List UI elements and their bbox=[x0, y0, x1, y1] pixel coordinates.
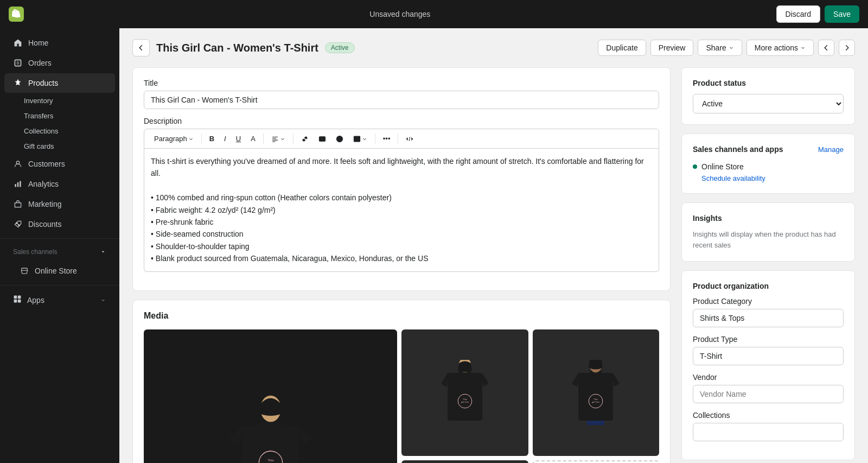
sidebar-label-discounts: Discounts bbox=[28, 220, 61, 229]
align-chevron-icon bbox=[280, 136, 285, 142]
image-icon bbox=[318, 135, 326, 143]
media-add-placeholder[interactable]: Add Add from URL bbox=[533, 460, 660, 463]
sidebar-label-home: Home bbox=[28, 39, 48, 47]
sidebar-item-marketing[interactable]: Marketing bbox=[4, 194, 115, 214]
title-input[interactable] bbox=[144, 91, 659, 109]
sidebar-label-online-store: Online Store bbox=[35, 267, 77, 275]
status-badge: Active bbox=[325, 42, 355, 53]
sidebar-item-home[interactable]: Home bbox=[4, 33, 115, 53]
sidebar-apps[interactable]: Apps bbox=[4, 290, 115, 310]
sidebar-item-products[interactable]: Products bbox=[4, 73, 115, 93]
product-image-1: This girl Can bbox=[222, 388, 320, 463]
next-product-button[interactable] bbox=[839, 40, 855, 56]
svg-rect-6 bbox=[20, 181, 21, 187]
vendor-input[interactable] bbox=[693, 385, 844, 403]
svg-rect-14 bbox=[354, 136, 360, 142]
color-button[interactable]: A bbox=[246, 132, 260, 145]
paragraph-dropdown[interactable]: Paragraph bbox=[150, 132, 198, 145]
product-status-select[interactable]: Active Draft bbox=[693, 94, 844, 113]
topbar-actions: Discard Save bbox=[776, 5, 859, 23]
page-actions: Duplicate Preview Share More actions bbox=[598, 40, 855, 56]
align-button[interactable] bbox=[267, 133, 290, 145]
channel-dot-online-store bbox=[693, 164, 697, 169]
more-actions-button[interactable]: More actions bbox=[746, 40, 814, 56]
expand-icon bbox=[100, 249, 106, 255]
sidebar-item-customers[interactable]: Customers bbox=[4, 154, 115, 174]
svg-rect-0 bbox=[15, 60, 21, 66]
sidebar: Home Orders Products Inventory Transfers… bbox=[0, 28, 119, 463]
svg-rect-11 bbox=[319, 136, 325, 141]
collections-input[interactable] bbox=[693, 423, 844, 441]
sidebar-sub-inventory[interactable]: Inventory bbox=[4, 93, 115, 108]
channel-item-online-store: Online Store bbox=[693, 160, 844, 173]
video-button[interactable] bbox=[331, 133, 348, 145]
media-item-2: This girl Can bbox=[401, 329, 528, 456]
layout: Home Orders Products Inventory Transfers… bbox=[0, 28, 868, 463]
products-icon bbox=[13, 78, 23, 88]
shopify-logo-icon bbox=[9, 7, 24, 22]
product-type-group: Product Type bbox=[693, 335, 844, 365]
apps-label: Apps bbox=[27, 296, 44, 305]
toolbar-sep-4 bbox=[375, 134, 375, 144]
italic-button[interactable]: I bbox=[220, 132, 231, 145]
sidebar-item-online-store[interactable]: Online Store bbox=[4, 261, 115, 281]
manage-link[interactable]: Manage bbox=[818, 145, 844, 154]
sidebar-sales-channels[interactable]: Sales channels bbox=[4, 243, 115, 261]
more-options-button[interactable]: ••• bbox=[379, 132, 395, 145]
sidebar-label-analytics: Analytics bbox=[28, 180, 59, 188]
sidebar-label-marketing: Marketing bbox=[28, 200, 61, 208]
product-status-card: Product status Active Draft bbox=[681, 67, 855, 125]
bold-button[interactable]: B bbox=[205, 132, 219, 145]
topbar: Unsaved changes Discard Save bbox=[0, 0, 868, 28]
sidebar-item-discounts[interactable]: Discounts bbox=[4, 214, 115, 234]
save-button[interactable]: Save bbox=[825, 5, 859, 23]
product-org-title: Product organization bbox=[693, 282, 844, 290]
discard-button[interactable]: Discard bbox=[776, 5, 820, 23]
paragraph-chevron-icon bbox=[188, 136, 194, 142]
product-image-2: This girl Can bbox=[438, 360, 492, 425]
product-type-input[interactable] bbox=[693, 347, 844, 365]
table-icon bbox=[353, 135, 361, 143]
media-item-3: This girl Can bbox=[533, 329, 660, 456]
prev-product-button[interactable] bbox=[818, 40, 834, 56]
schedule-availability-link[interactable]: Schedule availability bbox=[693, 174, 844, 182]
content-grid: Title Description Paragraph B I bbox=[132, 67, 855, 463]
category-input[interactable] bbox=[693, 309, 844, 327]
product-org-card: Product organization Product Category Pr… bbox=[681, 270, 855, 460]
sidebar-label-products: Products bbox=[28, 79, 58, 87]
align-icon bbox=[271, 135, 279, 143]
channel-header: Sales channels and apps Manage bbox=[693, 145, 844, 154]
table-chevron-icon bbox=[362, 136, 367, 142]
sales-channels-inner: Sales channels bbox=[13, 248, 57, 256]
preview-button[interactable]: Preview bbox=[650, 40, 694, 56]
description-editor[interactable]: This t-shirt is everything you've dreame… bbox=[144, 149, 659, 272]
product-status-title: Product status bbox=[693, 79, 844, 87]
underline-button[interactable]: U bbox=[232, 132, 245, 145]
source-button[interactable] bbox=[401, 133, 418, 145]
share-button[interactable]: Share bbox=[698, 40, 742, 56]
toolbar-sep-5 bbox=[398, 134, 398, 144]
duplicate-button[interactable]: Duplicate bbox=[598, 40, 646, 56]
description-bullets: • 100% combed and ring-spun cotton (Heat… bbox=[151, 192, 652, 264]
customers-icon bbox=[13, 159, 23, 169]
title-group: Title bbox=[144, 79, 659, 109]
sidebar-sub-gift-cards[interactable]: Gift cards bbox=[4, 139, 115, 154]
topbar-unsaved-label: Unsaved changes bbox=[369, 10, 430, 18]
svg-rect-5 bbox=[17, 182, 18, 187]
marketing-icon bbox=[13, 199, 23, 209]
analytics-icon bbox=[13, 179, 23, 189]
channel-label: Online Store bbox=[701, 162, 744, 171]
sidebar-item-analytics[interactable]: Analytics bbox=[4, 174, 115, 194]
link-button[interactable] bbox=[297, 133, 313, 145]
channel-name-online-store: Online Store bbox=[701, 162, 744, 171]
sidebar-sub-transfers[interactable]: Transfers bbox=[4, 109, 115, 123]
sidebar-item-orders[interactable]: Orders bbox=[4, 53, 115, 73]
media-title: Media bbox=[144, 311, 659, 321]
table-button[interactable] bbox=[349, 133, 372, 145]
back-button[interactable] bbox=[132, 39, 150, 56]
title-description-card: Title Description Paragraph B I bbox=[132, 67, 671, 291]
image-button[interactable] bbox=[314, 133, 330, 145]
sidebar-sub-collections[interactable]: Collections bbox=[4, 124, 115, 138]
apps-icon bbox=[13, 295, 22, 305]
media-item-large: This girl Can bbox=[144, 329, 397, 463]
